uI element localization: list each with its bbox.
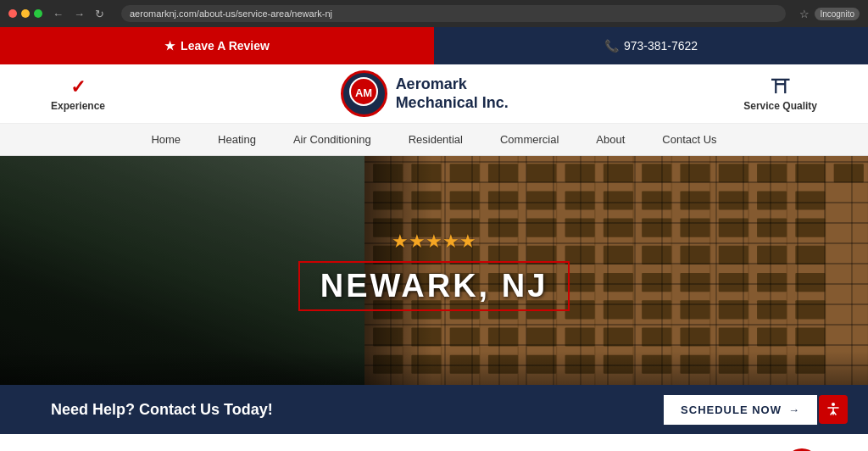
address-bar[interactable]: aeromarknj.com/about-us/service-area/new…	[121, 5, 786, 22]
top-bar: ★ Leave A Review 📞 973-381-7622	[0, 27, 868, 64]
phone-icon: 📞	[604, 39, 619, 53]
svg-rect-105	[450, 355, 480, 374]
review-bar[interactable]: ★ Leave A Review	[0, 27, 434, 64]
svg-rect-114	[795, 355, 825, 374]
bottom-section: Expert HVAC, Plumbing & Electrical Servi…	[0, 434, 868, 451]
hero-section: ★★★★★ NEWARK, NJ	[0, 156, 868, 385]
svg-rect-104	[411, 355, 441, 374]
cta-bar: Need Help? Contact Us Today! SCHEDULE NO…	[0, 385, 868, 434]
svg-rect-12	[25, 359, 44, 368]
browser-chrome: ← → ↻ aeromarknj.com/about-us/service-ar…	[0, 0, 868, 27]
svg-rect-108	[565, 355, 595, 374]
nav-air-conditioning[interactable]: Air Conditioning	[275, 124, 390, 155]
review-label: Leave A Review	[181, 39, 270, 53]
nav-heating[interactable]: Heating	[199, 124, 275, 155]
close-dot[interactable]	[8, 9, 17, 18]
experience-badge: ✓ Experience	[51, 76, 105, 112]
browser-navigation: ← → ↻	[49, 6, 108, 22]
refresh-button[interactable]: ↻	[92, 6, 108, 22]
browser-actions: ☆ Incognito	[799, 8, 860, 20]
maximize-dot[interactable]	[34, 9, 42, 18]
svg-rect-112	[719, 355, 748, 374]
logo-text: Aeromark Mechanical Inc.	[396, 75, 509, 112]
url-text: aeromarknj.com/about-us/service-area/new…	[130, 8, 332, 19]
svg-rect-103	[373, 355, 403, 374]
trophy-icon: ⛩	[771, 76, 790, 98]
logo[interactable]: AM Aeromark Mechanical Inc.	[341, 70, 509, 117]
forward-button[interactable]: →	[70, 6, 88, 22]
svg-rect-107	[526, 355, 556, 374]
svg-rect-111	[681, 355, 710, 374]
phone-bar[interactable]: 📞 973-381-7622	[434, 27, 868, 64]
logo-circle-icon: AM	[341, 70, 387, 117]
logo-line2: Mechanical Inc.	[396, 94, 509, 113]
phone-number: 973-381-7622	[624, 39, 698, 53]
accessibility-button[interactable]	[819, 395, 848, 424]
service-quality-badge: ⛩ Service Quality	[743, 76, 817, 112]
svg-text:AM: AM	[355, 86, 372, 99]
cta-text: Need Help? Contact Us Today!	[51, 401, 273, 419]
svg-rect-113	[757, 355, 787, 374]
service-quality-label: Service Quality	[743, 100, 817, 112]
check-icon: ✓	[70, 76, 86, 98]
nav-residential[interactable]: Residential	[390, 124, 481, 155]
svg-rect-109	[604, 355, 633, 374]
city-title: NEWARK, NJ	[298, 261, 570, 311]
browser-dots	[8, 9, 42, 18]
schedule-now-label: SCHEDULE NOW	[681, 404, 782, 416]
svg-point-128	[832, 403, 835, 406]
minimize-dot[interactable]	[21, 9, 30, 18]
svg-rect-110	[642, 355, 671, 374]
site-header: ✓ Experience AM Aeromark Mechanical Inc.…	[0, 64, 868, 124]
hero-overlay: ★★★★★ NEWARK, NJ	[0, 156, 868, 385]
back-button[interactable]: ←	[49, 6, 67, 22]
bookmark-icon[interactable]: ☆	[799, 8, 810, 20]
logo-monogram: AM	[348, 76, 379, 111]
main-nav: Home Heating Air Conditioning Residentia…	[0, 124, 868, 156]
logo-line1: Aeromark	[396, 75, 509, 94]
svg-rect-106	[488, 355, 518, 374]
experience-label: Experience	[51, 100, 105, 112]
nav-contact[interactable]: Contact Us	[643, 124, 735, 155]
rating-stars: ★★★★★	[392, 231, 476, 253]
nav-about[interactable]: About	[577, 124, 643, 155]
schedule-now-button[interactable]: SCHEDULE NOW →	[664, 395, 817, 425]
nav-commercial[interactable]: Commercial	[481, 124, 577, 155]
nav-home[interactable]: Home	[132, 124, 199, 155]
incognito-badge: Incognito	[815, 8, 860, 20]
arrow-icon: →	[788, 404, 800, 416]
star-icon: ★	[164, 39, 175, 53]
